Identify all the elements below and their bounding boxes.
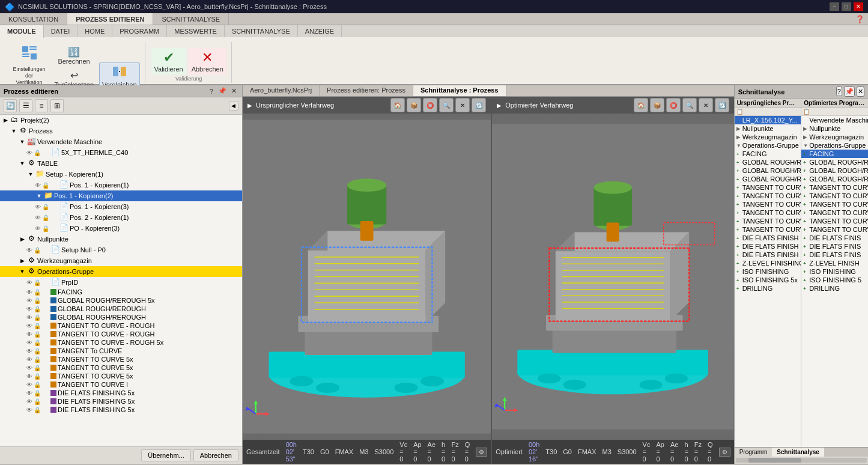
right-expand-14[interactable]: + <box>736 236 742 241</box>
right-list-item-right-list-optimized-17[interactable]: +Z-LEVEL FINISH <box>801 259 868 267</box>
tree-item-1[interactable]: ▼⚙Prozess <box>0 126 242 136</box>
tree-item-28[interactable]: 👁🔒DIE FLATS FINISHING 5x <box>0 389 242 397</box>
abbrechen-button[interactable]: ✕ Abbrechen <box>189 48 226 74</box>
right-list-item-right-list-original-10[interactable]: +TANGENT TO CURVE <box>735 200 801 208</box>
right-tab-programm[interactable]: Programm <box>735 448 772 457</box>
eye-icon-24[interactable]: 👁 <box>26 356 32 363</box>
lock-icon-22[interactable]: 🔒 <box>34 339 41 346</box>
tree-item-9[interactable]: 👁🔒📄Pos. 2 - Kopieren(1) <box>0 212 242 223</box>
right-tab-schnittanalyse[interactable]: Schnittanalyse <box>772 448 824 457</box>
right-list-item-right-list-original-16[interactable]: +DIE FLATS FINISH <box>735 251 801 259</box>
lock-icon-20[interactable]: 🔒 <box>34 323 41 329</box>
lock-icon-26[interactable]: 🔒 <box>34 373 41 380</box>
toolbar-view2-btn[interactable]: ≡ <box>35 99 48 112</box>
vp-orig-btn5[interactable]: ✕ <box>455 98 470 112</box>
tree-item-12[interactable]: 👁🔒📄Setup Null - P0 <box>0 245 242 255</box>
right-expand-10[interactable]: + <box>736 202 742 207</box>
right-list-item-right-list-optimized-10[interactable]: +TANGENT TO CURV <box>801 200 868 208</box>
right-expand-11[interactable]: + <box>736 210 742 216</box>
tree-item-15[interactable]: 👁🔒📄PrpID <box>0 277 242 288</box>
right-expand-19[interactable]: + <box>803 278 809 283</box>
lock-icon-25[interactable]: 🔒 <box>34 365 41 371</box>
vp-orig-btn2[interactable]: 📦 <box>407 98 421 112</box>
panel-pin-btn[interactable]: 📌 <box>216 87 228 96</box>
panel-help-btn[interactable]: ? <box>208 87 215 96</box>
tree-item-29[interactable]: 👁🔒DIE FLATS FINISHING 5x <box>0 397 242 406</box>
right-expand-11[interactable]: + <box>803 210 809 216</box>
orig-settings-btn[interactable]: ⚙ <box>476 448 487 457</box>
lock-icon-29[interactable]: 🔒 <box>34 398 41 405</box>
vp-orig-btn1[interactable]: 🏠 <box>390 98 405 112</box>
right-expand-6[interactable]: + <box>736 168 742 174</box>
lock-icon-16[interactable]: 🔒 <box>34 289 41 296</box>
right-list-item-right-list-original-18[interactable]: +ISO FINISHING <box>735 267 801 276</box>
lock-icon-3[interactable]: 🔒 <box>34 150 41 156</box>
right-list-item-right-list-original-2[interactable]: ▶Werkzeugmagazin <box>735 133 801 141</box>
tree-item-30[interactable]: 👁🔒DIE FLATS FINISHING 5x <box>0 406 242 414</box>
tree-item-27[interactable]: 👁🔒TANGENT TO CURVE I <box>0 380 242 389</box>
right-expand-13[interactable]: + <box>803 227 809 232</box>
tree-item-14[interactable]: ▼⚙Operations-Gruppe <box>0 266 242 277</box>
eye-icon-30[interactable]: 👁 <box>26 407 32 413</box>
tree-item-20[interactable]: 👁🔒TANGENT TO CURVE - ROUGH <box>0 321 242 330</box>
ribbon-tab-schnittanalyse[interactable]: SCHNITTANALYSE <box>225 25 298 37</box>
lock-icon-8[interactable]: 🔒 <box>42 204 49 210</box>
right-expand-2[interactable]: ▶ <box>736 135 742 140</box>
right-expand-16[interactable]: + <box>736 252 742 258</box>
tree-item-2[interactable]: ▼🏭Verwendete Maschine <box>0 136 242 147</box>
maximize-button[interactable]: □ <box>842 2 851 11</box>
tree-item-22[interactable]: 👁🔒TANGENT TO CURVE - ROUGH 5x <box>0 338 242 347</box>
lock-icon-21[interactable]: 🔒 <box>34 331 41 338</box>
right-panel-close-btn[interactable]: ✕ <box>857 87 864 97</box>
cancel-button[interactable]: Abbrechen <box>193 449 238 461</box>
eye-icon-16[interactable]: 👁 <box>26 289 32 296</box>
right-list-item-right-list-original-1[interactable]: ▶Nullpunkte <box>735 124 801 133</box>
eye-icon-23[interactable]: 👁 <box>26 348 32 354</box>
right-list-item-right-list-optimized-11[interactable]: +TANGENT TO CURV <box>801 208 868 217</box>
right-expand-16[interactable]: + <box>803 252 809 258</box>
right-list-item-right-list-original-12[interactable]: +TANGENT TO CURVE <box>735 217 801 225</box>
opt-settings-btn[interactable]: ⚙ <box>719 448 730 457</box>
viewport-optimized-3d[interactable] <box>492 114 733 440</box>
eye-icon-12[interactable]: 👁 <box>26 247 32 254</box>
tree-item-5[interactable]: ▼📁Setup - Kopieren(1) <box>0 169 242 180</box>
lock-icon-6[interactable]: 🔒 <box>42 182 49 189</box>
right-expand-20[interactable]: + <box>803 286 809 291</box>
expand-icon-7[interactable]: ▼ <box>35 193 43 199</box>
vp-opt-btn3[interactable]: ⭕ <box>666 98 681 112</box>
expand-icon-11[interactable]: ▶ <box>18 236 26 242</box>
tree-item-8[interactable]: 👁🔒📄Pos. 1 - Kopieren(3) <box>0 201 242 212</box>
right-list-item-right-list-optimized-7[interactable]: +GLOBAL ROUGH/RE <box>801 175 868 183</box>
eye-icon-6[interactable]: 👁 <box>35 182 41 189</box>
right-expand-15[interactable]: + <box>736 244 742 249</box>
right-expand-1[interactable]: ▶ <box>803 126 809 132</box>
right-list-item-right-list-optimized-0[interactable]: Verwendete Maschir... <box>801 116 868 124</box>
eye-icon-3[interactable]: 👁 <box>26 150 32 156</box>
lock-icon-15[interactable]: 🔒 <box>34 279 41 286</box>
tab-schnittanalyse[interactable]: SCHNITTANALYSE <box>153 13 229 25</box>
right-list-item-right-list-original-17[interactable]: +Z-LEVEL FINISHING <box>735 259 801 267</box>
tree-item-21[interactable]: 👁🔒TANGENT TO CURVE - ROUGH <box>0 330 242 338</box>
tree-item-3[interactable]: 👁🔒📄5X_TT_HERMLE_C40 <box>0 147 242 158</box>
right-list-item-right-list-optimized-9[interactable]: +TANGENT TO CURV <box>801 192 868 200</box>
right-expand-3[interactable]: ▼ <box>803 143 809 148</box>
right-list-item-right-list-optimized-8[interactable]: +TANGENT TO CURV <box>801 183 868 192</box>
right-expand-19[interactable]: + <box>736 278 742 283</box>
viewport-original-3d[interactable] <box>243 114 491 440</box>
right-list-item-right-list-optimized-3[interactable]: ▼Operations-Gruppe <box>801 141 868 150</box>
eye-icon-8[interactable]: 👁 <box>35 204 41 210</box>
lock-icon-9[interactable]: 🔒 <box>42 214 49 221</box>
tree-item-18[interactable]: 👁🔒GLOBAL ROUGH/REROUGH <box>0 305 242 313</box>
right-list-item-right-list-optimized-6[interactable]: +GLOBAL ROUGH/RE <box>801 166 868 175</box>
collapse-btn[interactable]: ◀ <box>229 101 238 111</box>
toolbar-view3-btn[interactable]: ⊞ <box>50 99 64 112</box>
tab-konsultation[interactable]: KONSULTATION <box>0 13 67 25</box>
tree-item-0[interactable]: ▶🗂Projekt(2) <box>0 115 242 126</box>
eye-icon-9[interactable]: 👁 <box>35 214 41 221</box>
tree-item-17[interactable]: 👁🔒GLOBAL ROUGH/REROUGH 5x <box>0 296 242 305</box>
eye-icon-29[interactable]: 👁 <box>26 398 32 405</box>
tree-item-4[interactable]: ▼⚙TABLE <box>0 158 242 169</box>
right-list-item-right-list-optimized-5[interactable]: +GLOBAL ROUGH/RE <box>801 158 868 166</box>
lock-icon-27[interactable]: 🔒 <box>34 381 41 388</box>
right-list-item-right-list-original-11[interactable]: +TANGENT TO CURVE <box>735 208 801 217</box>
